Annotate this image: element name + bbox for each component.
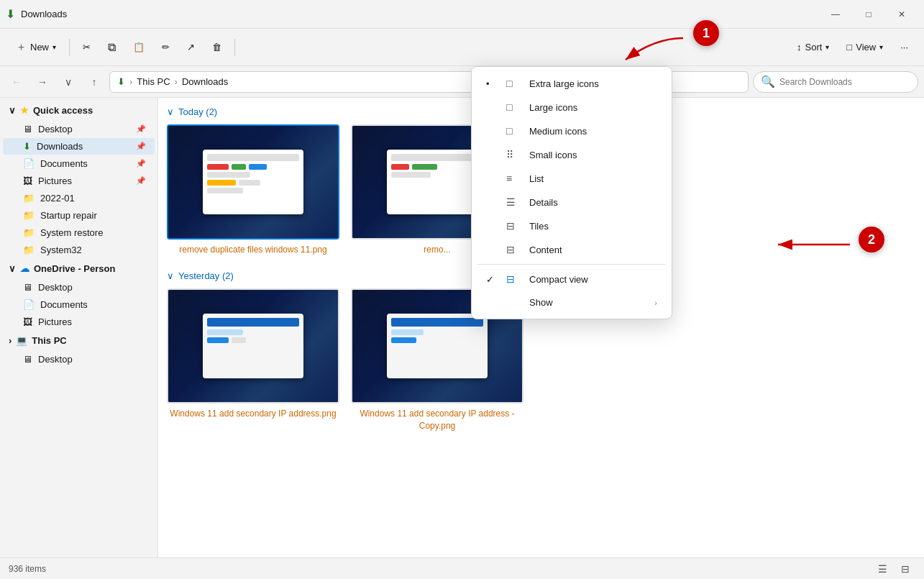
sidebar-item-downloads[interactable]: ⬇ Downloads 📌 [3, 138, 155, 155]
menu-item-small-icons[interactable]: ⠿ Small icons [475, 143, 669, 166]
sidebar-section-quick-access[interactable]: ∨ ★ Quick access [0, 101, 157, 120]
content-label: Content [529, 245, 562, 255]
pin-icon-3: 📌 [136, 159, 146, 168]
details-label: Details [529, 197, 558, 208]
sidebar-pc-desktop-label: Desktop [38, 354, 73, 365]
group-chevron-today: ∨ [167, 106, 174, 117]
od-pictures-icon: 🖼 [23, 316, 32, 327]
menu-item-medium-icons[interactable]: □ Medium icons [475, 119, 669, 142]
folder-icon-1: 📁 [23, 193, 35, 204]
od-desktop-icon: 🖥 [23, 282, 32, 293]
pictures-icon: 🖼 [23, 175, 32, 186]
maximize-button[interactable]: □ [852, 0, 885, 29]
menu-divider [477, 264, 666, 265]
sidebar-section-onedrive[interactable]: ∨ ☁ OneDrive - Person [0, 259, 157, 278]
sidebar: ∨ ★ Quick access 🖥 Desktop 📌 ⬇ Downloads… [0, 98, 158, 557]
menu-item-tiles[interactable]: ⊟ Tiles [475, 214, 669, 237]
extra-large-icon: □ [506, 78, 521, 89]
new-chevron-icon: ▾ [52, 43, 56, 51]
folder-icon-3: 📁 [23, 227, 35, 238]
delete-button[interactable]: 🗑 [205, 37, 229, 57]
thumb-image-3 [167, 288, 339, 404]
menu-item-list[interactable]: ≡ List [475, 167, 669, 190]
menu-item-large-icons[interactable]: □ Large icons [475, 96, 669, 119]
sort-label: Sort [805, 42, 823, 53]
copy-icon: ⧉ [108, 41, 116, 54]
thumb-label-1: remove duplicate files windows 11.png [179, 244, 326, 256]
sidebar-desktop-label: Desktop [38, 124, 73, 135]
check-icon-compact: ✓ [486, 274, 498, 285]
sidebar-item-system32[interactable]: 📁 System32 [3, 242, 155, 258]
sidebar-item-pc-desktop[interactable]: 🖥 Desktop [3, 351, 155, 368]
view-label: View [856, 42, 876, 53]
downloads-icon: ⬇ [6, 7, 15, 21]
close-button[interactable]: ✕ [885, 0, 918, 29]
menu-item-content[interactable]: ⊟ Content [475, 238, 669, 261]
navigation-bar: ← → ∨ ↑ ⬇ › This PC › Downloads 🔍 [0, 66, 924, 98]
search-input[interactable] [779, 77, 910, 87]
tiles-icon: ⊟ [506, 220, 521, 232]
sidebar-item-2022-01[interactable]: 📁 2022-01 [3, 190, 155, 206]
menu-item-compact-view[interactable]: ✓ ⊟ Compact view [475, 268, 669, 291]
rename-button[interactable]: ✏ [155, 37, 177, 57]
search-icon: 🔍 [761, 75, 775, 88]
thumb-item-3[interactable]: Windows 11 add secondary IP address.png [167, 288, 339, 432]
sort-icon: ↕ [797, 42, 802, 53]
sort-button[interactable]: ↕ Sort ▾ [790, 37, 836, 57]
breadcrumb-downloads[interactable]: Downloads [182, 76, 228, 87]
compact-view-label: Compact view [529, 274, 588, 285]
new-label: New [30, 42, 49, 53]
od-documents-icon: 📄 [23, 299, 35, 310]
menu-item-details[interactable]: ☰ Details [475, 191, 669, 214]
paste-button[interactable]: 📋 [126, 37, 152, 57]
search-box[interactable]: 🔍 [753, 71, 918, 93]
copy-button[interactable]: ⧉ [101, 37, 123, 58]
pin-icon-4: 📌 [136, 176, 146, 186]
more-button[interactable]: ··· [893, 37, 915, 57]
status-bar: 936 items ☰ ⊟ [0, 557, 924, 579]
recent-button[interactable]: ∨ [58, 71, 79, 93]
breadcrumb-thispc[interactable]: This PC [137, 76, 170, 87]
onedrive-label: OneDrive - Person [34, 263, 115, 274]
sidebar-item-od-desktop[interactable]: 🖥 Desktop [3, 279, 155, 296]
sidebar-item-od-pictures[interactable]: 🖼 Pictures [3, 314, 155, 330]
menu-item-show[interactable]: Show › [475, 291, 669, 314]
content-icon: ⊟ [506, 244, 521, 255]
cut-button[interactable]: ✂ [76, 37, 98, 57]
back-button[interactable]: ← [6, 71, 27, 93]
chevron-right-icon: › [9, 335, 12, 346]
documents-icon: 📄 [23, 158, 35, 169]
list-view-button[interactable]: ☰ [872, 559, 892, 579]
sidebar-startup-label: Startup repair [40, 210, 97, 221]
share-button[interactable]: ↗ [180, 37, 202, 57]
grid-view-button[interactable]: ⊟ [895, 559, 915, 579]
extra-large-label: Extra large icons [529, 78, 599, 89]
menu-item-extra-large[interactable]: • □ Extra large icons [475, 72, 669, 95]
thumb-image-1 [167, 124, 339, 240]
sidebar-item-pictures[interactable]: 🖼 Pictures 📌 [3, 173, 155, 189]
forward-button[interactable]: → [32, 71, 53, 93]
sidebar-item-startup-repair[interactable]: 📁 Startup repair [3, 207, 155, 224]
sidebar-item-system-restore[interactable]: 📁 System restore [3, 224, 155, 241]
toolbar-separator-1 [69, 39, 70, 56]
up-button[interactable]: ↑ [83, 71, 105, 93]
sidebar-section-thispc[interactable]: › 💻 This PC [0, 331, 157, 350]
group-chevron-yesterday: ∨ [167, 270, 174, 281]
minimize-button[interactable]: — [819, 0, 852, 29]
view-button[interactable]: □ View ▾ [839, 37, 890, 57]
cut-icon: ✂ [83, 42, 91, 53]
view-dropdown-menu: • □ Extra large icons □ Large icons □ Me… [471, 66, 672, 319]
sidebar-od-docs-label: Documents [40, 299, 88, 310]
show-label: Show [529, 297, 553, 308]
view-chevron-icon: ▾ [879, 43, 883, 51]
breadcrumb-icon: ⬇ [117, 76, 125, 87]
sidebar-item-documents[interactable]: 📄 Documents 📌 [3, 155, 155, 172]
thumb-item-1[interactable]: remove duplicate files windows 11.png [167, 124, 339, 256]
large-icons-label: Large icons [529, 102, 577, 113]
toolbar-right: ↕ Sort ▾ □ View ▾ ··· [790, 37, 915, 57]
new-button[interactable]: ＋ New ▾ [9, 36, 63, 58]
thumb-label-3: Windows 11 add secondary IP address.png [170, 408, 336, 420]
small-icons-label: Small icons [529, 150, 577, 160]
sidebar-item-od-documents[interactable]: 📄 Documents [3, 296, 155, 313]
sidebar-item-desktop[interactable]: 🖥 Desktop 📌 [3, 121, 155, 137]
